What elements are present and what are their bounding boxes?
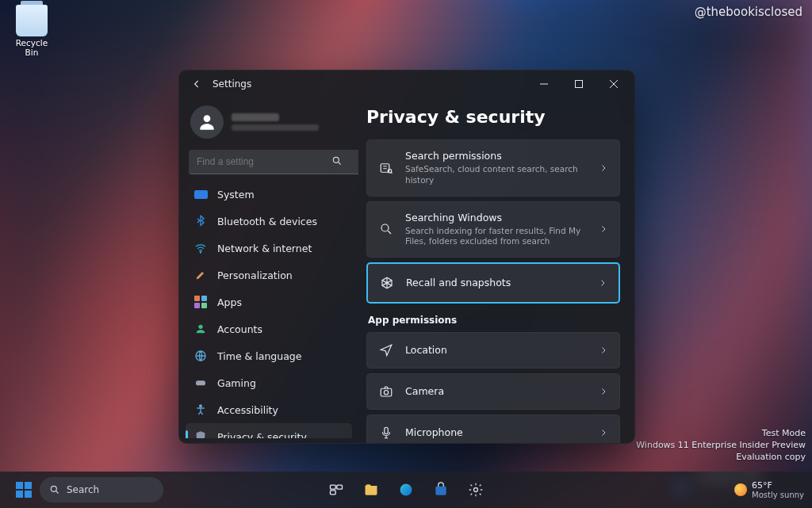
recycle-bin[interactable]: Recycle Bin (8, 5, 56, 57)
nav-time[interactable]: Time & language (186, 342, 352, 369)
weather-icon (734, 483, 747, 496)
settings-window: Settings (178, 70, 635, 444)
chevron-right-icon (599, 346, 608, 355)
svg-point-2 (333, 157, 339, 162)
svg-point-7 (200, 405, 202, 407)
settings-content: Privacy & security Search permissionsSaf… (358, 97, 634, 443)
close-button[interactable] (596, 71, 631, 97)
chevron-right-icon (598, 278, 607, 288)
nav-network[interactable]: Network & internet (186, 235, 352, 262)
svg-point-10 (381, 224, 389, 231)
nav-personalization[interactable]: Personalization (186, 262, 352, 288)
svg-rect-16 (331, 485, 336, 489)
svg-rect-11 (381, 388, 392, 396)
svg-point-12 (384, 391, 388, 395)
taskbar-pinned (320, 474, 492, 506)
card-search-permissions[interactable]: Search permissionsSafeSearch, cloud cont… (366, 139, 620, 197)
svg-rect-18 (331, 491, 336, 495)
weather-widget[interactable]: 65°F Mostly sunny (734, 480, 804, 499)
bluetooth-icon (193, 214, 208, 228)
gear-icon (468, 482, 484, 498)
microphone-icon (378, 425, 394, 441)
edge-icon (398, 482, 414, 498)
chevron-right-icon (599, 224, 608, 234)
svg-point-4 (198, 325, 202, 329)
window-title: Settings (213, 78, 251, 90)
card-searching-windows[interactable]: Searching WindowsSearch indexing for fas… (366, 201, 620, 258)
nav-system[interactable]: System (186, 181, 352, 208)
start-button[interactable] (8, 474, 40, 506)
gaming-icon (193, 376, 208, 390)
taskbar-search[interactable]: Search (40, 477, 163, 502)
globe-icon (193, 349, 208, 363)
svg-rect-17 (337, 485, 343, 489)
task-view-button[interactable] (320, 474, 352, 506)
task-view-icon (328, 482, 344, 498)
card-recall-snapshots[interactable]: Recall and snapshots (366, 262, 620, 304)
minimize-button[interactable] (527, 71, 561, 97)
folder-icon (363, 482, 379, 498)
settings-taskbar-button[interactable] (460, 474, 492, 506)
svg-point-3 (200, 252, 201, 253)
location-icon (378, 342, 394, 358)
window-controls (527, 71, 631, 97)
page-title: Privacy & security (366, 107, 620, 127)
nav-accounts[interactable]: Accounts (186, 315, 352, 342)
windows-logo-icon (16, 482, 32, 498)
nav-bluetooth[interactable]: Bluetooth & devices (186, 208, 352, 235)
chevron-right-icon (599, 428, 608, 437)
section-app-permissions: App permissions (368, 315, 619, 326)
svg-rect-6 (196, 380, 205, 385)
profile-name-redacted (232, 113, 279, 121)
file-explorer-button[interactable] (355, 474, 387, 506)
svg-rect-13 (385, 427, 389, 434)
searching-windows-icon (378, 221, 394, 237)
search-permissions-icon (378, 160, 394, 176)
accessibility-icon (193, 403, 208, 417)
taskbar: Search 65°F Mostly sunny (0, 472, 812, 508)
back-button[interactable] (187, 74, 206, 94)
search-icon (49, 484, 60, 495)
nav-privacy[interactable]: Privacy & security (186, 423, 352, 438)
account-icon (193, 322, 208, 336)
recycle-bin-icon (16, 5, 48, 36)
brush-icon (193, 268, 208, 282)
desktop: Recycle Bin @thebookisclosed Test Mode W… (0, 0, 812, 508)
apps-icon (193, 295, 208, 309)
avatar (190, 105, 224, 139)
system-icon (193, 187, 208, 201)
svg-point-15 (51, 486, 56, 491)
card-microphone[interactable]: Microphone (366, 414, 620, 443)
overlay-credit: @thebookisclosed (695, 5, 802, 19)
card-camera[interactable]: Camera (366, 373, 620, 410)
camera-icon (378, 384, 394, 399)
settings-search[interactable] (189, 150, 349, 174)
card-location[interactable]: Location (366, 332, 620, 369)
recycle-bin-label: Recycle Bin (8, 38, 56, 57)
sidebar: System Bluetooth & devices Network & int… (179, 97, 358, 443)
maximize-button[interactable] (561, 71, 596, 97)
shield-icon (193, 430, 208, 438)
edge-button[interactable] (390, 474, 422, 506)
store-icon (433, 482, 449, 498)
taskbar-right: 65°F Mostly sunny (734, 480, 804, 499)
store-button[interactable] (425, 474, 457, 506)
svg-point-1 (204, 115, 211, 122)
profile-card[interactable] (186, 102, 352, 147)
chevron-right-icon (599, 163, 608, 173)
nav-list: System Bluetooth & devices Network & int… (186, 181, 352, 438)
nav-gaming[interactable]: Gaming (186, 369, 352, 396)
svg-rect-0 (576, 81, 583, 88)
titlebar[interactable]: Settings (179, 71, 634, 97)
profile-email-redacted (232, 124, 319, 131)
chevron-right-icon (599, 387, 608, 396)
svg-point-19 (400, 484, 412, 496)
svg-rect-20 (435, 487, 446, 495)
search-icon (331, 155, 343, 166)
nav-accessibility[interactable]: Accessibility (186, 396, 352, 423)
build-watermark: Test Mode Windows 11 Enterprise Insider … (636, 428, 806, 464)
recall-icon (379, 275, 395, 291)
wifi-icon (193, 241, 208, 255)
svg-point-21 (474, 488, 478, 492)
nav-apps[interactable]: Apps (186, 288, 352, 315)
